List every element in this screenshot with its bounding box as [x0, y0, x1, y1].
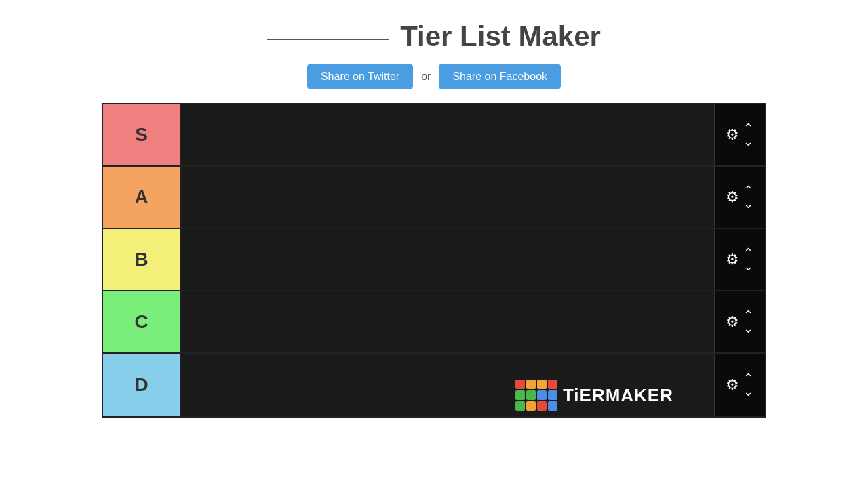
page-title: Tier List Maker — [400, 20, 601, 53]
tier-controls-c: ⚙ ⌃ ⌄ — [714, 291, 765, 352]
share-row: Share on Twitter or Share on Facebook — [307, 64, 561, 89]
up-arrow-a[interactable]: ⌃ — [742, 184, 755, 197]
tier-row-s: S ⚙ ⌃ ⌄ — [103, 104, 765, 167]
logo-cell-1 — [515, 380, 525, 389]
logo-cell-9 — [515, 401, 525, 411]
tier-row-c: C ⚙ ⌃ ⌄ — [103, 291, 765, 354]
title-underline — [267, 39, 389, 40]
tiermaker-logo: TiERMAKER — [515, 380, 673, 411]
up-arrow-b[interactable]: ⌃ — [742, 247, 755, 259]
tier-controls-b: ⚙ ⌃ ⌄ — [714, 229, 765, 290]
gear-icon-s[interactable]: ⚙ — [726, 126, 739, 144]
down-arrow-s[interactable]: ⌄ — [742, 136, 755, 148]
title-row: Tier List Maker — [267, 20, 601, 53]
logo-cell-12 — [548, 401, 557, 411]
gear-icon-b[interactable]: ⚙ — [726, 251, 739, 268]
tier-label-d: D — [103, 354, 181, 416]
tier-row-d: D TiERMAKER — [103, 354, 765, 416]
arrows-c: ⌃ ⌄ — [742, 309, 755, 335]
logo-cell-4 — [548, 380, 557, 389]
share-twitter-button[interactable]: Share on Twitter — [307, 64, 413, 89]
tier-list: S ⚙ ⌃ ⌄ A ⚙ ⌃ ⌄ B ⚙ ⌃ ⌄ — [102, 103, 766, 418]
header: Tier List Maker Share on Twitter or Shar… — [0, 0, 868, 89]
logo-cell-8 — [548, 390, 557, 400]
arrows-a: ⌃ ⌄ — [742, 184, 755, 210]
arrows-b: ⌃ ⌄ — [742, 247, 755, 272]
tier-content-b — [181, 229, 714, 290]
logo-cell-5 — [515, 390, 525, 400]
or-separator: or — [421, 70, 431, 83]
logo-cell-3 — [537, 380, 547, 389]
tier-label-s: S — [103, 104, 181, 165]
up-arrow-d[interactable]: ⌃ — [742, 372, 755, 384]
tier-row-a: A ⚙ ⌃ ⌄ — [103, 167, 765, 229]
logo-cell-11 — [537, 401, 547, 411]
tiermaker-logo-text: TiERMAKER — [563, 385, 673, 406]
tier-controls-d: ⚙ ⌃ ⌄ — [714, 354, 765, 416]
gear-icon-a[interactable]: ⚙ — [726, 188, 739, 206]
tier-label-b: B — [103, 229, 181, 290]
up-arrow-s[interactable]: ⌃ — [742, 122, 755, 134]
gear-icon-c[interactable]: ⚙ — [726, 313, 739, 331]
tier-controls-a: ⚙ ⌃ ⌄ — [714, 167, 765, 228]
logo-cell-2 — [526, 380, 536, 389]
tier-controls-s: ⚙ ⌃ ⌄ — [714, 104, 765, 165]
logo-grid — [515, 380, 557, 411]
share-facebook-button[interactable]: Share on Facebook — [439, 64, 561, 89]
arrows-d: ⌃ ⌄ — [742, 372, 755, 398]
logo-cell-10 — [526, 401, 536, 411]
tier-label-a: A — [103, 167, 181, 228]
tier-row-b: B ⚙ ⌃ ⌄ — [103, 229, 765, 291]
tier-content-c — [181, 291, 714, 352]
logo-cell-7 — [537, 390, 547, 400]
gear-icon-d[interactable]: ⚙ — [726, 376, 739, 394]
down-arrow-c[interactable]: ⌄ — [742, 323, 755, 335]
tier-content-d: TiERMAKER — [181, 354, 714, 416]
up-arrow-c[interactable]: ⌃ — [742, 309, 755, 321]
down-arrow-d[interactable]: ⌄ — [742, 386, 755, 398]
down-arrow-a[interactable]: ⌄ — [742, 198, 755, 210]
down-arrow-b[interactable]: ⌄ — [742, 260, 755, 272]
tier-content-s — [181, 104, 714, 165]
tier-content-a — [181, 167, 714, 228]
arrows-s: ⌃ ⌄ — [742, 122, 755, 148]
logo-cell-6 — [526, 390, 536, 400]
tier-label-c: C — [103, 291, 181, 352]
